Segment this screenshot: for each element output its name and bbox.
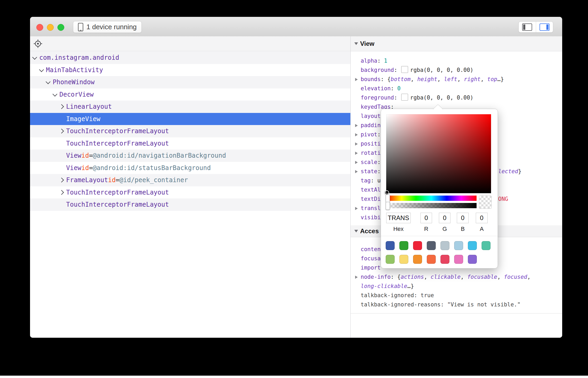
tree-row[interactable]: TouchInterceptorFrameLayout [30,125,350,137]
text-segment: : [394,67,400,73]
tree-row[interactable]: FrameLayout id=@id/peek_container [30,174,350,186]
text-segment: id [81,152,89,159]
close-icon[interactable] [36,24,43,31]
text-segment: , [460,274,467,280]
preset-color-swatch[interactable] [399,241,408,250]
chevron-right-icon[interactable] [59,178,64,182]
chevron-down-icon[interactable] [52,92,57,96]
triangle-right-icon[interactable] [355,142,358,146]
bottom-strip [0,376,588,378]
title-bar[interactable]: 1 device running [30,17,562,37]
view-section-title: View [360,40,374,47]
triangle-down-icon[interactable] [354,230,358,232]
property-row[interactable]: talkback-ignored: true [351,291,562,300]
tree-row[interactable]: DecorView [30,88,350,101]
property-row[interactable]: bounds: {bottom, height, left, right, to… [351,75,562,84]
triangle-right-icon[interactable] [355,124,358,127]
preset-color-swatch[interactable] [440,255,449,264]
tree-row[interactable]: LinearLayout [30,101,350,113]
view-section-header[interactable]: View [351,36,562,51]
current-color-swatch[interactable] [479,196,492,209]
preset-color-swatch[interactable] [399,255,408,264]
triangle-right-icon[interactable] [355,133,358,136]
hue-slider-handle[interactable] [386,195,390,202]
property-row[interactable]: foreground: rgba(0, 0, 0, 0.00) [351,93,562,102]
property-row[interactable]: node-info: {actions, clickable, focusabl… [351,272,562,282]
tree-row[interactable]: View id=@android:id/statusBarBackground [30,162,350,174]
accessibility-section-title: Acces [360,227,379,235]
chevron-down-icon[interactable] [46,79,50,84]
property-row[interactable]: alpha: 1 [351,56,562,66]
text-segment: TouchInterceptorFrameLayout [66,189,169,196]
triangle-down-icon[interactable] [354,42,358,45]
property-row[interactable]: background: rgba(0, 0, 0, 0.00) [351,66,562,75]
text-segment: = [116,176,119,184]
text-segment: left [444,76,457,82]
a-label: A [476,226,488,232]
target-icon[interactable] [33,39,43,48]
triangle-right-icon[interactable] [355,207,358,210]
alpha-slider-handle[interactable] [386,202,390,210]
text-segment: : [377,58,384,64]
triangle-right-icon[interactable] [355,161,358,164]
preset-color-swatch[interactable] [468,241,477,250]
text-segment: layout [361,113,381,119]
tree-row[interactable]: ImageView [30,113,350,125]
text-segment: rgba(0, 0, 0, 0.00) [410,67,473,73]
chevron-right-icon[interactable] [59,129,64,133]
preset-color-swatch[interactable] [386,241,395,250]
preset-color-swatch[interactable] [413,241,422,250]
device-running-button[interactable]: 1 device running [73,21,142,33]
text-segment: , [481,76,487,82]
device-running-label: 1 device running [86,23,137,31]
chevron-down-icon[interactable] [39,67,44,72]
preset-color-swatch[interactable] [468,255,477,264]
tree-row[interactable]: View id=@android:id/navigationBarBackgro… [30,150,350,162]
tree-row[interactable]: com.instagram.android [30,52,350,64]
alpha-input[interactable] [476,213,488,223]
minimize-icon[interactable] [47,24,54,31]
zoom-icon[interactable] [57,24,64,31]
preset-color-swatch[interactable] [482,241,491,250]
text-segment: 0 [397,85,401,92]
color-value-swatch[interactable] [401,66,408,73]
property-row[interactable]: talkback-ignored-reasons: "View is not v… [351,300,562,309]
preset-color-swatch[interactable] [413,255,422,264]
property-row[interactable]: elevation: 0 [351,84,562,93]
preset-color-swatch[interactable] [386,255,395,264]
triangle-right-icon[interactable] [355,170,358,173]
hue-slider[interactable] [386,196,477,201]
red-input[interactable] [420,213,432,223]
tree-row[interactable]: TouchInterceptorFrameLayout [30,186,350,199]
right-panel-toggle-button[interactable] [536,22,553,32]
text-segment: scale [361,159,377,165]
property-row[interactable]: long-clickable…} [351,282,562,291]
preset-color-swatch[interactable] [427,255,436,264]
triangle-right-icon[interactable] [355,276,358,279]
preset-color-swatch[interactable] [427,241,436,250]
saturation-value-square[interactable] [386,114,491,193]
hex-input[interactable] [386,213,411,223]
left-panel-toggle-button[interactable] [519,22,536,32]
preset-color-swatch[interactable] [454,241,463,250]
preset-color-swatch[interactable] [440,241,449,250]
text-segment: @android:id/navigationBarBackground [93,152,226,159]
text-segment: , [437,76,444,82]
chevron-right-icon[interactable] [59,104,64,109]
alpha-slider[interactable] [386,203,477,208]
text-segment: talkback-ignored: true [361,292,434,299]
triangle-right-icon[interactable] [355,78,358,81]
tree-row[interactable]: TouchInterceptorFrameLayout [30,137,350,150]
tree-row[interactable]: PhoneWindow [30,76,350,88]
tree-row[interactable]: TouchInterceptorFrameLayout [30,198,350,211]
chevron-down-icon[interactable] [32,55,37,59]
green-input[interactable] [439,213,450,223]
preset-color-swatch[interactable] [454,255,463,264]
hierarchy-panel: com.instagram.androidMainTabActivityPhon… [30,36,350,338]
blue-input[interactable] [457,213,469,223]
color-value-swatch[interactable] [401,94,408,101]
tree-row[interactable]: MainTabActivity [30,64,350,76]
chevron-right-icon[interactable] [59,190,64,195]
triangle-right-icon[interactable] [355,152,358,155]
text-segment: focused [504,274,527,280]
